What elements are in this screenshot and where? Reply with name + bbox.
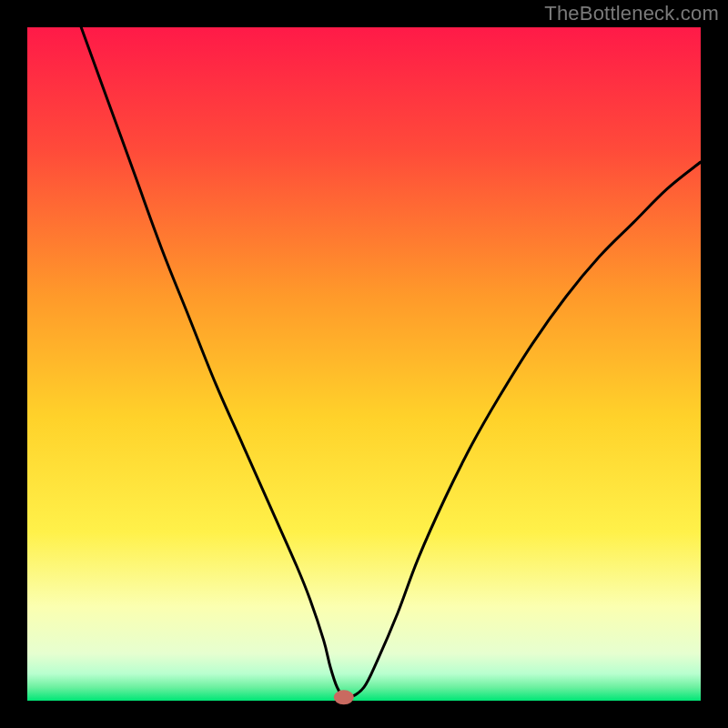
bottleneck-chart [0,0,728,728]
plot-area [27,27,701,704]
gradient-background [27,27,701,701]
attribution-text: TheBottleneck.com [544,2,719,25]
chart-frame: TheBottleneck.com [0,0,728,728]
optimal-marker [334,690,354,704]
